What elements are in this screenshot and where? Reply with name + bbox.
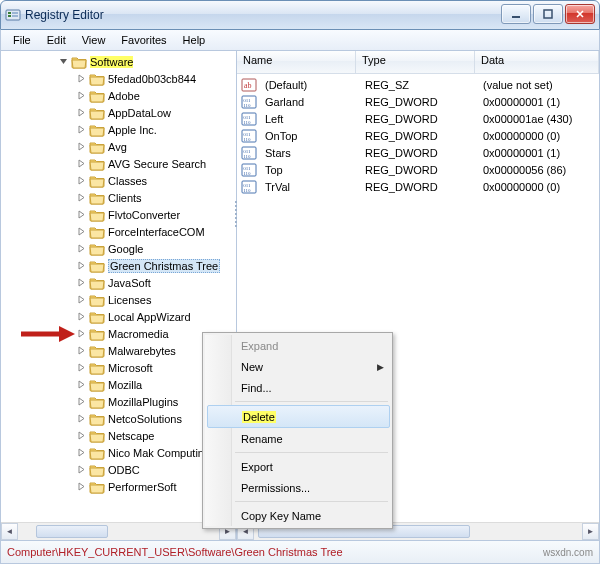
minimize-button[interactable] — [501, 4, 531, 24]
tree-node[interactable]: PerformerSoft — [1, 478, 236, 495]
tree-node[interactable]: Licenses — [1, 291, 236, 308]
expand-icon[interactable] — [77, 431, 86, 440]
svg-text:110: 110 — [243, 188, 251, 193]
tree-node[interactable]: AVG Secure Search — [1, 155, 236, 172]
tree-node[interactable]: MozillaPlugins — [1, 393, 236, 410]
tree-node[interactable]: ODBC — [1, 461, 236, 478]
folder-icon — [89, 157, 105, 171]
menu-help[interactable]: Help — [175, 32, 214, 48]
expand-icon[interactable] — [77, 414, 86, 423]
cm-copy-key-name[interactable]: Copy Key Name — [233, 505, 390, 526]
menu-edit[interactable]: Edit — [39, 32, 74, 48]
folder-icon — [89, 463, 105, 477]
tree-node[interactable]: Clients — [1, 189, 236, 206]
expand-icon[interactable] — [77, 159, 86, 168]
context-menu: Expand New▶ Find... Delete Rename Export… — [202, 332, 393, 529]
expand-icon[interactable] — [77, 363, 86, 372]
expand-icon[interactable] — [77, 397, 86, 406]
tree-node-software[interactable]: Software — [1, 53, 236, 70]
expand-icon[interactable] — [77, 295, 86, 304]
expand-icon[interactable] — [77, 227, 86, 236]
expand-icon[interactable] — [77, 210, 86, 219]
expand-icon[interactable] — [77, 108, 86, 117]
tree-label: Mozilla — [108, 379, 142, 391]
cm-export[interactable]: Export — [233, 456, 390, 477]
value-type: REG_DWORD — [359, 164, 477, 176]
value-row[interactable]: 011110TopREG_DWORD0x00000056 (86) — [237, 161, 599, 178]
scroll-thumb[interactable] — [36, 525, 108, 538]
expand-icon[interactable] — [77, 261, 86, 270]
tree-node[interactable]: JavaSoft — [1, 274, 236, 291]
expand-icon[interactable] — [77, 346, 86, 355]
values-list[interactable]: ab(Default)REG_SZ(value not set)011110Ga… — [237, 74, 599, 197]
tree-node[interactable]: Local AppWizard — [1, 308, 236, 325]
cm-permissions[interactable]: Permissions... — [233, 477, 390, 498]
registry-tree[interactable]: Software5fedad0b03cb844AdobeAppDataLowAp… — [1, 51, 236, 497]
tree-label: MozillaPlugins — [108, 396, 178, 408]
tree-node[interactable]: Green Christmas Tree — [1, 257, 236, 274]
expand-icon[interactable] — [77, 448, 86, 457]
value-name: Stars — [259, 147, 359, 159]
expand-icon[interactable] — [77, 91, 86, 100]
cm-separator — [235, 401, 388, 402]
menu-view[interactable]: View — [74, 32, 114, 48]
scroll-left-button[interactable]: ◄ — [1, 523, 18, 540]
expand-icon[interactable] — [77, 465, 86, 474]
tree-node[interactable]: Nico Mak Computing — [1, 444, 236, 461]
cm-delete[interactable]: Delete — [207, 405, 390, 428]
expand-icon[interactable] — [77, 193, 86, 202]
folder-icon — [89, 378, 105, 392]
close-button[interactable] — [565, 4, 595, 24]
tree-node[interactable]: Netscape — [1, 427, 236, 444]
cm-find[interactable]: Find... — [233, 377, 390, 398]
tree-hscrollbar[interactable]: ◄ ► — [1, 522, 236, 540]
maximize-button[interactable] — [533, 4, 563, 24]
expand-icon[interactable] — [77, 142, 86, 151]
folder-icon — [89, 140, 105, 154]
tree-node[interactable]: NetcoSolutions — [1, 410, 236, 427]
tree-label: ODBC — [108, 464, 140, 476]
value-row[interactable]: 011110GarlandREG_DWORD0x00000001 (1) — [237, 93, 599, 110]
tree-node[interactable]: Mozilla — [1, 376, 236, 393]
tree-node[interactable]: Microsoft — [1, 359, 236, 376]
col-name[interactable]: Name — [237, 51, 356, 73]
menu-file[interactable]: File — [5, 32, 39, 48]
menu-favorites[interactable]: Favorites — [113, 32, 174, 48]
titlebar[interactable]: Registry Editor — [0, 0, 600, 30]
expand-icon[interactable] — [77, 176, 86, 185]
expand-icon[interactable] — [77, 380, 86, 389]
value-name: TrVal — [259, 181, 359, 193]
value-row[interactable]: ab(Default)REG_SZ(value not set) — [237, 76, 599, 93]
col-data[interactable]: Data — [475, 51, 599, 73]
value-row[interactable]: 011110LeftREG_DWORD0x000001ae (430) — [237, 110, 599, 127]
collapse-icon[interactable] — [59, 57, 68, 66]
value-row[interactable]: 011110StarsREG_DWORD0x00000001 (1) — [237, 144, 599, 161]
tree-node[interactable]: Google — [1, 240, 236, 257]
expand-icon[interactable] — [77, 125, 86, 134]
value-row[interactable]: 011110OnTopREG_DWORD0x00000000 (0) — [237, 127, 599, 144]
tree-node[interactable]: AppDataLow — [1, 104, 236, 121]
scroll-right-button[interactable]: ► — [582, 523, 599, 540]
folder-icon — [89, 395, 105, 409]
folder-icon — [89, 480, 105, 494]
expand-icon[interactable] — [77, 244, 86, 253]
col-type[interactable]: Type — [356, 51, 475, 73]
tree-node[interactable]: FlvtoConverter — [1, 206, 236, 223]
expand-icon[interactable] — [77, 312, 86, 321]
value-type: REG_DWORD — [359, 113, 477, 125]
values-header[interactable]: Name Type Data — [237, 51, 599, 74]
tree-node[interactable]: Classes — [1, 172, 236, 189]
expand-icon[interactable] — [77, 74, 86, 83]
tree-node[interactable]: Adobe — [1, 87, 236, 104]
cm-new[interactable]: New▶ — [233, 356, 390, 377]
tree-node[interactable]: Apple Inc. — [1, 121, 236, 138]
tree-node[interactable]: 5fedad0b03cb844 — [1, 70, 236, 87]
scroll-track[interactable] — [18, 523, 219, 540]
tree-node[interactable]: ForceInterfaceCOM — [1, 223, 236, 240]
cm-expand[interactable]: Expand — [233, 335, 390, 356]
expand-icon[interactable] — [77, 278, 86, 287]
tree-node[interactable]: Avg — [1, 138, 236, 155]
value-row[interactable]: 011110TrValREG_DWORD0x00000000 (0) — [237, 178, 599, 195]
expand-icon[interactable] — [77, 482, 86, 491]
cm-rename[interactable]: Rename — [233, 428, 390, 449]
